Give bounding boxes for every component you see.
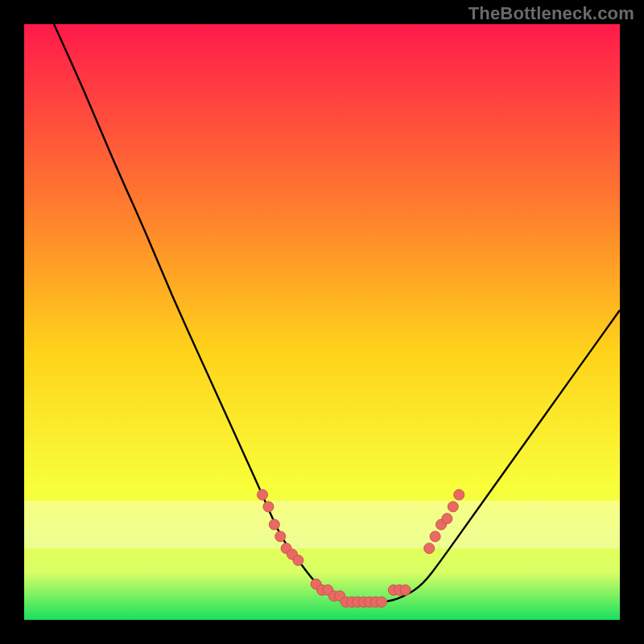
data-marker xyxy=(377,597,387,607)
data-marker xyxy=(424,543,435,554)
data-marker xyxy=(263,502,274,512)
pale-horizontal-band xyxy=(24,501,620,548)
data-marker xyxy=(269,519,279,530)
data-marker xyxy=(448,502,458,512)
watermark-text: TheBottleneck.com xyxy=(469,3,634,24)
bottleneck-chart xyxy=(24,24,620,620)
data-marker xyxy=(258,489,268,500)
data-marker xyxy=(442,514,452,524)
data-marker xyxy=(430,531,440,542)
data-marker xyxy=(400,585,411,596)
data-marker xyxy=(275,531,286,542)
chart-frame xyxy=(24,24,620,620)
data-marker xyxy=(454,489,464,500)
data-marker xyxy=(293,555,303,566)
